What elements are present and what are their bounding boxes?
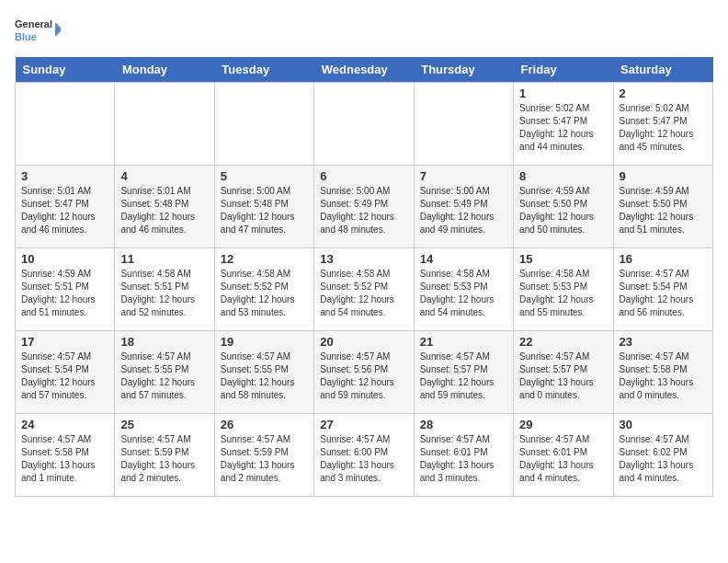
calendar-cell: 19Sunrise: 4:57 AM Sunset: 5:55 PM Dayli… <box>214 331 313 414</box>
calendar-cell: 21Sunrise: 4:57 AM Sunset: 5:57 PM Dayli… <box>414 331 513 414</box>
cell-info: Sunrise: 4:57 AM Sunset: 6:01 PM Dayligh… <box>519 433 607 485</box>
calendar-table: SundayMondayTuesdayWednesdayThursdayFrid… <box>15 57 713 497</box>
calendar-cell: 22Sunrise: 4:57 AM Sunset: 5:57 PM Dayli… <box>514 331 613 414</box>
calendar-cell: 29Sunrise: 4:57 AM Sunset: 6:01 PM Dayli… <box>514 414 613 497</box>
day-number: 23 <box>620 335 707 349</box>
day-number: 30 <box>620 418 707 431</box>
cell-info: Sunrise: 4:57 AM Sunset: 5:55 PM Dayligh… <box>120 350 208 402</box>
cell-info: Sunrise: 5:00 AM Sunset: 5:49 PM Dayligh… <box>320 185 407 236</box>
calendar-cell: 25Sunrise: 4:57 AM Sunset: 5:59 PM Dayli… <box>115 414 214 497</box>
day-number: 21 <box>420 335 507 349</box>
cell-info: Sunrise: 5:01 AM Sunset: 5:48 PM Dayligh… <box>120 185 208 236</box>
calendar-cell: 3Sunrise: 5:01 AM Sunset: 5:47 PM Daylig… <box>16 166 115 248</box>
day-header-sunday: Sunday <box>16 57 115 83</box>
cell-info: Sunrise: 4:58 AM Sunset: 5:53 PM Dayligh… <box>420 268 507 319</box>
day-number: 16 <box>620 252 707 266</box>
cell-info: Sunrise: 4:59 AM Sunset: 5:50 PM Dayligh… <box>519 185 607 236</box>
cell-info: Sunrise: 4:58 AM Sunset: 5:52 PM Dayligh… <box>221 268 308 319</box>
svg-marker-2 <box>55 22 61 37</box>
cell-info: Sunrise: 4:57 AM Sunset: 6:01 PM Dayligh… <box>420 433 507 485</box>
calendar-cell <box>16 83 115 166</box>
calendar-cell: 27Sunrise: 4:57 AM Sunset: 6:00 PM Dayli… <box>314 414 414 497</box>
svg-text:Blue: Blue <box>15 31 37 42</box>
day-number: 20 <box>320 335 407 349</box>
day-header-thursday: Thursday <box>414 57 513 83</box>
calendar-cell <box>115 83 214 166</box>
cell-info: Sunrise: 4:58 AM Sunset: 5:53 PM Dayligh… <box>519 268 607 319</box>
day-number: 24 <box>21 418 108 431</box>
cell-info: Sunrise: 5:02 AM Sunset: 5:47 PM Dayligh… <box>519 102 607 154</box>
calendar-cell: 12Sunrise: 4:58 AM Sunset: 5:52 PM Dayli… <box>214 248 313 331</box>
day-number: 9 <box>620 169 707 183</box>
calendar-cell: 6Sunrise: 5:00 AM Sunset: 5:49 PM Daylig… <box>314 166 414 248</box>
day-number: 6 <box>320 169 407 183</box>
calendar-week-5: 24Sunrise: 4:57 AM Sunset: 5:58 PM Dayli… <box>16 414 713 497</box>
calendar-cell: 26Sunrise: 4:57 AM Sunset: 5:59 PM Dayli… <box>214 414 313 497</box>
cell-info: Sunrise: 4:58 AM Sunset: 5:52 PM Dayligh… <box>320 268 407 319</box>
cell-info: Sunrise: 5:00 AM Sunset: 5:48 PM Dayligh… <box>221 185 308 236</box>
cell-info: Sunrise: 4:58 AM Sunset: 5:51 PM Dayligh… <box>120 268 208 319</box>
day-number: 12 <box>221 252 308 266</box>
calendar-cell: 18Sunrise: 4:57 AM Sunset: 5:55 PM Dayli… <box>115 331 214 414</box>
day-number: 26 <box>221 418 308 431</box>
calendar-cell: 20Sunrise: 4:57 AM Sunset: 5:56 PM Dayli… <box>314 331 414 414</box>
cell-info: Sunrise: 5:02 AM Sunset: 5:47 PM Dayligh… <box>620 102 707 154</box>
calendar-week-3: 10Sunrise: 4:59 AM Sunset: 5:51 PM Dayli… <box>16 248 713 331</box>
calendar-cell: 15Sunrise: 4:58 AM Sunset: 5:53 PM Dayli… <box>514 248 613 331</box>
day-number: 2 <box>620 86 707 100</box>
day-number: 18 <box>120 335 208 349</box>
day-number: 8 <box>519 169 607 183</box>
day-number: 3 <box>21 169 108 183</box>
day-number: 14 <box>420 252 507 266</box>
calendar-cell: 5Sunrise: 5:00 AM Sunset: 5:48 PM Daylig… <box>214 166 313 248</box>
day-header-saturday: Saturday <box>613 57 712 83</box>
day-number: 1 <box>519 86 607 100</box>
calendar-cell: 23Sunrise: 4:57 AM Sunset: 5:58 PM Dayli… <box>613 331 712 414</box>
day-header-friday: Friday <box>514 57 613 83</box>
cell-info: Sunrise: 4:57 AM Sunset: 5:59 PM Dayligh… <box>120 433 208 485</box>
day-number: 22 <box>519 335 607 349</box>
calendar-cell: 24Sunrise: 4:57 AM Sunset: 5:58 PM Dayli… <box>16 414 115 497</box>
calendar-cell: 28Sunrise: 4:57 AM Sunset: 6:01 PM Dayli… <box>414 414 513 497</box>
calendar-cell: 16Sunrise: 4:57 AM Sunset: 5:54 PM Dayli… <box>613 248 712 331</box>
cell-info: Sunrise: 4:57 AM Sunset: 5:58 PM Dayligh… <box>21 433 108 485</box>
day-number: 28 <box>420 418 507 431</box>
day-number: 7 <box>420 169 507 183</box>
cell-info: Sunrise: 4:57 AM Sunset: 5:57 PM Dayligh… <box>420 350 507 402</box>
cell-info: Sunrise: 4:57 AM Sunset: 5:57 PM Dayligh… <box>519 350 607 402</box>
calendar-cell: 30Sunrise: 4:57 AM Sunset: 6:02 PM Dayli… <box>613 414 712 497</box>
calendar-cell: 17Sunrise: 4:57 AM Sunset: 5:54 PM Dayli… <box>16 331 115 414</box>
day-number: 27 <box>320 418 407 431</box>
cell-info: Sunrise: 5:00 AM Sunset: 5:49 PM Dayligh… <box>420 185 507 236</box>
day-number: 25 <box>120 418 208 431</box>
svg-text:General: General <box>15 18 52 29</box>
cell-info: Sunrise: 4:57 AM Sunset: 5:54 PM Dayligh… <box>21 350 108 402</box>
day-header-tuesday: Tuesday <box>214 57 313 83</box>
cell-info: Sunrise: 4:57 AM Sunset: 5:54 PM Dayligh… <box>620 268 707 319</box>
calendar-header-row: SundayMondayTuesdayWednesdayThursdayFrid… <box>16 57 713 83</box>
day-number: 5 <box>221 169 308 183</box>
calendar-week-4: 17Sunrise: 4:57 AM Sunset: 5:54 PM Dayli… <box>16 331 713 414</box>
cell-info: Sunrise: 4:57 AM Sunset: 6:00 PM Dayligh… <box>320 433 407 485</box>
calendar-cell: 2Sunrise: 5:02 AM Sunset: 5:47 PM Daylig… <box>613 83 712 166</box>
logo-svg: General Blue <box>15 15 61 48</box>
day-header-wednesday: Wednesday <box>314 57 414 83</box>
calendar-cell <box>314 83 414 166</box>
header: General Blue <box>15 15 713 48</box>
day-number: 13 <box>320 252 407 266</box>
day-number: 11 <box>120 252 208 266</box>
calendar-cell: 7Sunrise: 5:00 AM Sunset: 5:49 PM Daylig… <box>414 166 513 248</box>
calendar-cell <box>214 83 313 166</box>
calendar-cell: 13Sunrise: 4:58 AM Sunset: 5:52 PM Dayli… <box>314 248 414 331</box>
cell-info: Sunrise: 4:57 AM Sunset: 6:02 PM Dayligh… <box>620 433 707 485</box>
day-number: 29 <box>519 418 607 431</box>
cell-info: Sunrise: 4:57 AM Sunset: 5:58 PM Dayligh… <box>620 350 707 402</box>
day-number: 4 <box>120 169 208 183</box>
day-header-monday: Monday <box>115 57 214 83</box>
cell-info: Sunrise: 4:57 AM Sunset: 5:56 PM Dayligh… <box>320 350 407 402</box>
calendar-cell: 14Sunrise: 4:58 AM Sunset: 5:53 PM Dayli… <box>414 248 513 331</box>
calendar-week-1: 1Sunrise: 5:02 AM Sunset: 5:47 PM Daylig… <box>16 83 713 166</box>
cell-info: Sunrise: 4:59 AM Sunset: 5:50 PM Dayligh… <box>620 185 707 236</box>
logo: General Blue <box>15 15 61 48</box>
day-number: 10 <box>21 252 108 266</box>
